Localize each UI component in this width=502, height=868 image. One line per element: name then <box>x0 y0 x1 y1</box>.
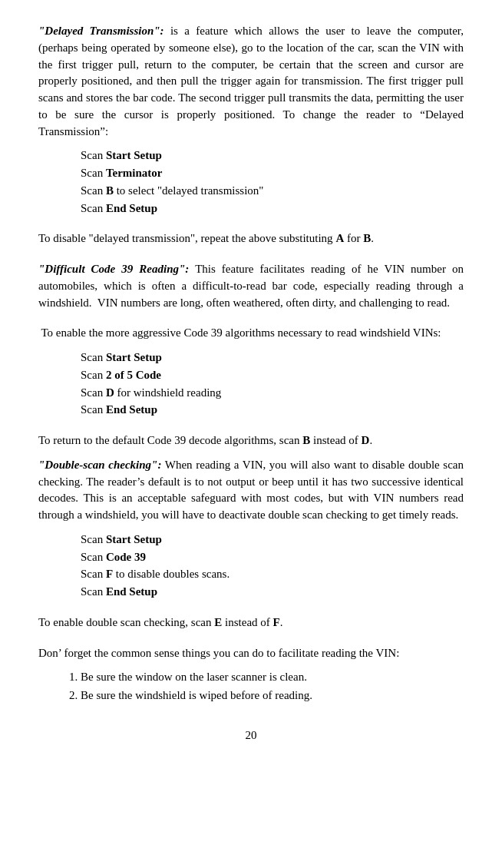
delayed-transmission-para: "Delayed Transmission": is a feature whi… <box>38 23 464 140</box>
step-dc-1: Scan Start Setup <box>81 350 464 366</box>
dc-footer-d: D <box>362 434 370 446</box>
step-ds-1-bold: Start Setup <box>106 533 162 545</box>
step-ds-2-bold: Code 39 <box>106 551 146 563</box>
step-ds-1: Scan Start Setup <box>81 532 464 548</box>
step-dt-4-bold: End Setup <box>106 202 157 214</box>
step-dc-2-bold: 2 of 5 Code <box>106 369 161 381</box>
difficult-code39-steps: Scan Start Setup Scan 2 of 5 Code Scan D… <box>81 350 464 419</box>
ds-footer-e: E <box>214 616 222 628</box>
step-dt-1-bold: Start Setup <box>106 149 162 161</box>
step-dc-3: Scan D for windshield reading <box>81 385 464 402</box>
step-ds-4: Scan End Setup <box>81 584 464 601</box>
step-ds-3: Scan F to disable doubles scans. <box>81 566 464 583</box>
dc-footer-b: B <box>302 434 310 446</box>
step-dc-4: Scan End Setup <box>81 402 464 419</box>
double-scan-title: "Double-scan checking": <box>38 459 161 471</box>
content-area: "Delayed Transmission": is a feature whi… <box>38 23 464 744</box>
dt-footer-a: A <box>335 232 344 244</box>
difficult-code39-para: "Difficult Code 39 Reading": This featur… <box>38 261 464 311</box>
step-ds-3-bold: F <box>106 568 113 580</box>
step-dt-3: Scan B to select "delayed transmission" <box>81 183 464 200</box>
step-dt-2: Scan Terminator <box>81 165 464 182</box>
double-scan-footer: To enable double scan checking, scan E i… <box>38 615 464 631</box>
difficult-code39-subtext: To enable the more aggressive Code 39 al… <box>38 325 464 342</box>
difficult-code39-title: "Difficult Code 39 Reading": <box>38 263 189 275</box>
step-dt-4: Scan End Setup <box>81 200 464 217</box>
step-dt-1: Scan Start Setup <box>81 147 464 164</box>
step-ds-4-bold: End Setup <box>106 585 157 598</box>
tips-intro: Don’ forget the common sense things you … <box>38 645 464 662</box>
tips-list: Be sure the window on the laser scanner … <box>81 669 464 704</box>
step-dc-1-bold: Start Setup <box>106 351 162 363</box>
delayed-transmission-intro: is a feature which allows the user to le… <box>38 25 464 137</box>
delayed-transmission-title: "Delayed Transmission": <box>38 25 164 37</box>
step-dc-3-bold: D <box>106 386 114 399</box>
step-dc-2: Scan 2 of 5 Code <box>81 367 464 384</box>
double-scan-checking-para: "Double-scan checking": When reading a V… <box>38 457 464 524</box>
double-scan-steps: Scan Start Setup Scan Code 39 Scan F to … <box>81 532 464 601</box>
step-dc-4-bold: End Setup <box>106 403 157 416</box>
tip-2: Be sure the windshield is wiped before o… <box>81 687 464 704</box>
step-ds-2: Scan Code 39 <box>81 549 464 566</box>
difficult-code39-footer: To return to the default Code 39 decode … <box>38 432 464 449</box>
delayed-transmission-steps: Scan Start Setup Scan Terminator Scan B … <box>81 147 464 217</box>
step-dt-3-bold: B <box>106 184 114 197</box>
ds-footer-f: F <box>273 616 280 628</box>
tip-1: Be sure the window on the laser scanner … <box>81 669 464 686</box>
page-number: 20 <box>38 727 464 744</box>
step-dt-2-bold: Terminator <box>106 167 163 179</box>
dt-footer-b: B <box>363 232 371 244</box>
delayed-transmission-footer: To disable "delayed transmission", repea… <box>38 230 464 247</box>
